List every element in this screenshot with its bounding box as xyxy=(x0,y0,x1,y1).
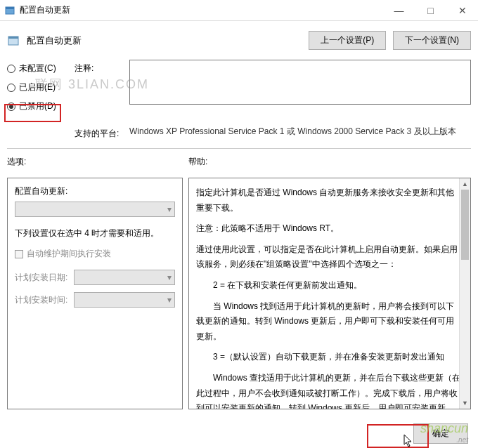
scrollbar[interactable]: ▲ ▼ xyxy=(459,178,470,409)
window-controls: — □ ✕ xyxy=(383,0,478,21)
checkbox-label: 自动维护期间执行安装 xyxy=(27,248,111,260)
help-text: Windows 查找适用于此计算机的更新，并在后台下载这些更新（在此过程中，用户… xyxy=(196,371,460,409)
chevron-down-icon: ▾ xyxy=(167,272,172,282)
maximize-button[interactable]: □ xyxy=(415,0,446,21)
platform-label: 支持的平台: xyxy=(75,125,124,140)
options-note: 下列设置仅在选中 4 时才需要和适用。 xyxy=(15,227,175,239)
radio-not-configured[interactable]: 未配置(C) xyxy=(7,62,69,74)
radio-label: 未配置(C) xyxy=(19,62,56,74)
config-top: 未配置(C) 已启用(E) 已禁用(D) 注释: xyxy=(0,57,478,125)
radio-icon xyxy=(7,103,15,111)
maintenance-checkbox-row[interactable]: 自动维护期间执行安装 xyxy=(15,248,175,260)
minimize-button[interactable]: — xyxy=(383,0,415,21)
help-text: 指定此计算机是否通过 Windows 自动更新服务来接收安全更新和其他重要下载。 xyxy=(196,185,460,216)
platform-text: Windows XP Professional Service Pack 1 或… xyxy=(129,125,471,140)
help-text: 当 Windows 找到适用于此计算机的更新时，用户将会接到可以下载更新的通知。… xyxy=(196,299,460,345)
radio-disabled[interactable]: 已禁用(D) xyxy=(7,100,69,112)
radio-icon xyxy=(7,65,15,73)
svg-rect-3 xyxy=(8,37,18,39)
platform-row: 支持的平台: Windows XP Professional Service P… xyxy=(0,125,478,145)
config-update-label: 配置自动更新: xyxy=(15,185,175,197)
window-icon xyxy=(4,5,15,16)
install-time-row: 计划安装时间: ▾ xyxy=(15,292,175,308)
radio-label: 已禁用(D) xyxy=(19,100,56,112)
main-columns: 配置自动更新: ▾ 下列设置仅在选中 4 时才需要和适用。 自动维护期间执行安装… xyxy=(0,172,478,409)
checkbox-icon xyxy=(15,250,23,258)
comment-textarea[interactable] xyxy=(129,60,471,105)
install-day-dropdown[interactable]: ▾ xyxy=(74,270,175,285)
help-text: 注意：此策略不适用于 Windows RT。 xyxy=(196,221,460,237)
header-row: 配置自动更新 上一个设置(P) 下一个设置(N) xyxy=(0,21,478,57)
help-heading: 帮助: xyxy=(188,156,471,168)
close-button[interactable]: ✕ xyxy=(446,0,478,21)
radio-enabled[interactable]: 已启用(E) xyxy=(7,81,69,93)
radio-icon xyxy=(7,84,15,92)
prev-setting-button[interactable]: 上一个设置(P) xyxy=(309,31,386,50)
ok-button[interactable]: 确定 xyxy=(413,423,468,444)
columns-header: 选项: 帮助: xyxy=(0,152,478,172)
next-setting-button[interactable]: 下一个设置(N) xyxy=(393,31,471,50)
help-text: 通过使用此设置，可以指定是否在此计算机上启用自动更新。如果启用该服务，则必须在"… xyxy=(196,242,460,272)
options-panel: 配置自动更新: ▾ 下列设置仅在选中 4 时才需要和适用。 自动维护期间执行安装… xyxy=(7,178,183,409)
chevron-down-icon: ▾ xyxy=(167,295,172,305)
help-text: 3 =（默认设置）自动下载更新，并在准备安装更新时发出通知 xyxy=(196,350,460,365)
policy-icon xyxy=(7,34,20,47)
scroll-up-icon[interactable]: ▲ xyxy=(460,178,470,190)
window-title: 配置自动更新 xyxy=(20,4,383,16)
install-time-dropdown[interactable]: ▾ xyxy=(74,292,175,308)
options-heading: 选项: xyxy=(7,156,188,168)
svg-rect-1 xyxy=(6,7,14,9)
radio-group: 未配置(C) 已启用(E) 已禁用(D) xyxy=(7,60,69,119)
help-text: 2 = 在下载和安装任何更新前发出通知。 xyxy=(196,278,460,294)
help-panel: 指定此计算机是否通过 Windows 自动更新服务来接收安全更新和其他重要下载。… xyxy=(188,178,471,409)
radio-label: 已启用(E) xyxy=(19,81,56,93)
divider xyxy=(7,148,471,149)
config-update-dropdown[interactable]: ▾ xyxy=(15,202,175,217)
comment-label: 注释: xyxy=(75,60,124,119)
footer: 确定 xyxy=(413,423,468,444)
chevron-down-icon: ▾ xyxy=(167,204,172,214)
install-time-label: 计划安装时间: xyxy=(15,294,70,306)
install-day-row: 计划安装日期: ▾ xyxy=(15,270,175,285)
page-title: 配置自动更新 xyxy=(27,34,302,47)
scroll-down-icon[interactable]: ▼ xyxy=(460,397,470,409)
install-day-label: 计划安装日期: xyxy=(15,272,70,284)
scroll-thumb[interactable] xyxy=(461,190,469,260)
titlebar: 配置自动更新 — □ ✕ xyxy=(0,0,478,21)
